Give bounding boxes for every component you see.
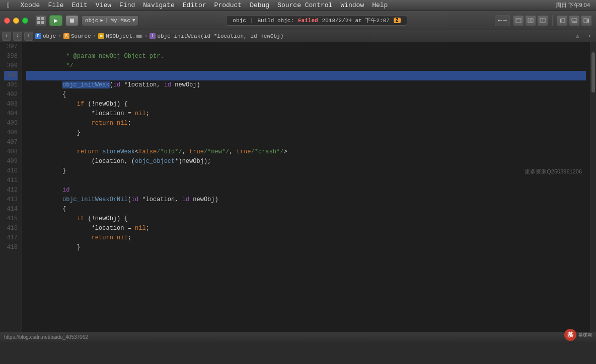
menu-window[interactable]: Window	[336, 2, 368, 9]
svg-rect-11	[587, 19, 589, 23]
line-num: 402	[4, 90, 18, 100]
nav-back-icon: ⟵	[498, 17, 502, 24]
nav-up-button[interactable]: ↑	[24, 32, 33, 41]
nav-right-arrow[interactable]: ›	[585, 32, 594, 41]
back-forward-nav[interactable]: ⟵ ⟶	[495, 15, 510, 26]
run-button[interactable]: ▶	[49, 15, 62, 26]
svg-rect-2	[528, 19, 530, 23]
line-num: 404	[4, 109, 18, 119]
build-separator: |	[250, 18, 254, 24]
menu-find[interactable]: Find	[115, 2, 139, 9]
code-line-398: */	[26, 52, 586, 61]
line-num: 417	[4, 233, 18, 243]
menu-file[interactable]: File	[44, 2, 67, 9]
svg-rect-6	[560, 19, 561, 23]
svg-rect-8	[572, 19, 577, 21]
menu-navigate[interactable]: Navigate	[139, 2, 178, 9]
apple-menu[interactable]: 	[2, 2, 16, 10]
breadcrumb-sep-2: ›	[93, 33, 97, 39]
nav-right-area: ⚠ ›	[573, 32, 594, 41]
navigator-toggle[interactable]	[35, 15, 46, 26]
line-num: 414	[4, 205, 18, 214]
line-num: 416	[4, 224, 18, 233]
build-result: Failed	[298, 18, 318, 24]
menu-source-control[interactable]: Source Control	[273, 2, 336, 9]
file-icon: m	[98, 33, 104, 39]
menu-help[interactable]: Help	[368, 2, 392, 9]
menu-debug[interactable]: Debug	[246, 2, 273, 9]
scheme-selector[interactable]: objc ▶ | My Mac ▼	[82, 15, 138, 26]
menu-product[interactable]: Product	[210, 2, 246, 9]
svg-rect-7	[562, 19, 565, 23]
breadcrumb-group[interactable]: S Source	[63, 33, 91, 39]
minimize-button[interactable]	[13, 18, 19, 24]
status-text: https://blog.csdn.net/baidu_40537062	[4, 334, 88, 340]
bottom-logo-area: 慕 慕课网	[564, 329, 592, 341]
line-num-highlighted: 400	[4, 71, 18, 80]
svg-rect-0	[516, 19, 521, 23]
nav-forward-button[interactable]: ›	[13, 32, 22, 41]
scheme-separator: |	[105, 18, 109, 24]
assistant-editor-btn[interactable]	[525, 15, 536, 26]
status-bar: https://blog.csdn.net/baidu_40537062 慕 慕…	[0, 332, 596, 342]
line-num: 408	[4, 147, 18, 157]
maximize-button[interactable]	[22, 18, 28, 24]
line-num: 403	[4, 100, 18, 109]
mooc-logo: 慕	[564, 329, 576, 341]
code-lines: * @param newObj Object ptr. */ id objc_i…	[22, 42, 590, 332]
svg-rect-10	[584, 19, 587, 23]
version-editor-btn[interactable]	[537, 15, 548, 26]
system-clock: 周日 下午9:04	[556, 2, 594, 9]
code-line-402: if (!newObj) {	[26, 90, 586, 100]
code-line-416: return nil;	[26, 224, 586, 233]
show-utilities-btn[interactable]	[581, 15, 592, 26]
code-content: 397 398 399 400 401 402 403 404 405 406 …	[0, 42, 590, 332]
menu-xcode[interactable]: Xcode	[16, 2, 44, 9]
scrollbar-thumb[interactable]	[591, 52, 595, 93]
version-editor-icon	[540, 18, 546, 23]
menu-editor[interactable]: Editor	[179, 2, 210, 9]
line-num: 418	[4, 243, 18, 252]
nav-back-button[interactable]: ‹	[2, 32, 11, 41]
watermark-text: 更多资源Q2503961206	[525, 168, 582, 175]
minimap-scrollbar[interactable]	[590, 42, 596, 332]
target-name: My Mac	[110, 18, 130, 24]
line-num: 405	[4, 119, 18, 128]
warning-count[interactable]: 2	[394, 18, 401, 23]
code-line-413: {	[26, 195, 586, 205]
menu-view[interactable]: View	[92, 2, 115, 9]
show-debug-btn[interactable]	[569, 15, 580, 26]
toolbar-sep-1	[552, 15, 553, 26]
close-button[interactable]	[4, 18, 10, 24]
breadcrumb-project[interactable]: P objc	[35, 33, 56, 39]
breadcrumb-file[interactable]: m NSObject.mm	[98, 33, 142, 39]
breadcrumb-symbol[interactable]: f objc_initWeak(id *location, id newObj)	[150, 33, 283, 39]
window-controls	[4, 18, 28, 24]
line-num: 409	[4, 157, 18, 166]
code-line-408: (location, (objc_object*)newObj);	[26, 147, 586, 157]
menu-edit[interactable]: Edit	[68, 2, 92, 9]
code-line-407: return storeWeak<false/*old*/, true/*new…	[26, 138, 586, 147]
standard-editor-btn[interactable]	[513, 15, 524, 26]
show-navigator-btn[interactable]	[557, 15, 568, 26]
standard-editor-icon	[515, 18, 522, 23]
warning-icon: ⚠	[575, 32, 579, 40]
code-line-414: if (!newObj) {	[26, 205, 586, 214]
svg-rect-9	[572, 22, 577, 23]
stop-icon	[70, 19, 74, 23]
build-date: 2018/2/24 at 下午2:07	[322, 17, 390, 24]
code-editor[interactable]: 397 398 399 400 401 402 403 404 405 406 …	[0, 42, 590, 332]
assistant-editor-icon	[528, 18, 534, 23]
stop-button[interactable]	[65, 15, 79, 26]
breadcrumb-sep-1: ›	[58, 33, 61, 39]
grid-icon	[37, 17, 44, 24]
menu-bar:  Xcode File Edit View Find Navigate Edi…	[0, 0, 596, 11]
line-num: 399	[4, 61, 18, 71]
build-action: Build objc:	[257, 18, 294, 24]
breadcrumb-sep-3: ›	[144, 33, 148, 39]
project-icon: P	[35, 33, 41, 39]
build-status-area: objc | Build objc: Failed 2018/2/24 at 下…	[141, 15, 491, 26]
nav-warning-btn[interactable]: ⚠	[573, 32, 582, 41]
code-line-400: objc_initWeak(id *location, id newObj)	[26, 71, 586, 80]
code-line-397: * @param newObj Object ptr.	[26, 42, 586, 52]
